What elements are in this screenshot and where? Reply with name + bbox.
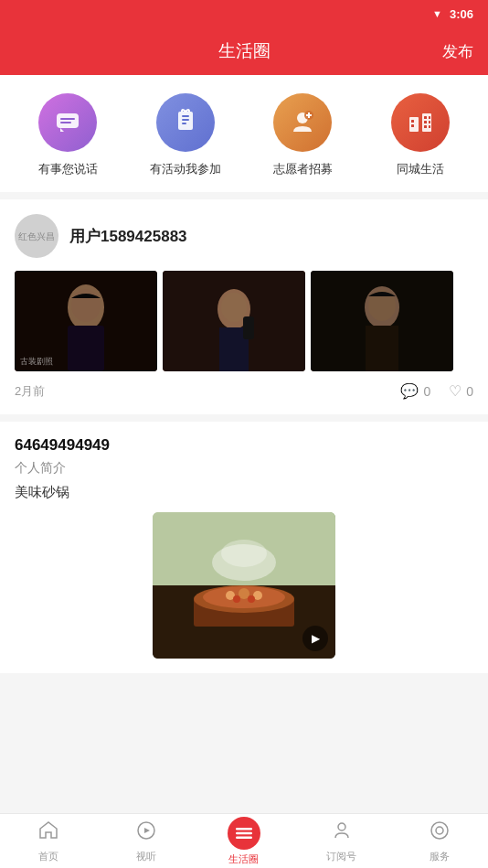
svg-point-49 (248, 595, 255, 603)
nav-subscribe[interactable]: 订阅号 (292, 814, 390, 868)
svg-rect-5 (182, 119, 189, 121)
nav-home-label: 首页 (38, 850, 58, 863)
post-2-image[interactable]: ▶ (153, 512, 335, 659)
svg-point-55 (431, 822, 448, 839)
svg-rect-2 (60, 122, 71, 123)
service-icon (429, 820, 451, 847)
svg-rect-14 (411, 124, 414, 127)
post-1-time: 2月前 (15, 383, 45, 400)
avatar-text: 红色兴昌 (18, 230, 55, 242)
post-2-title: 64649494949 (15, 436, 473, 455)
like-icon: ♡ (449, 382, 461, 400)
svg-point-56 (436, 827, 443, 834)
post-2-desc: 美味砂锅 (15, 484, 473, 501)
svg-point-48 (233, 595, 240, 603)
svg-rect-16 (424, 121, 427, 123)
category-volunteer-icon (273, 93, 332, 152)
bottom-nav: 首页 视听 生活圈 订阅号 (0, 813, 488, 868)
post-1-header: 红色兴昌 用户1589425883 (15, 214, 473, 258)
post-1-images: 古装剧照 (15, 271, 473, 371)
nav-service[interactable]: 服务 (390, 814, 488, 868)
category-local[interactable]: 同城生活 (370, 93, 471, 177)
svg-point-54 (338, 823, 345, 830)
category-local-icon (391, 93, 450, 152)
svg-rect-20 (429, 125, 430, 128)
post-1-avatar[interactable]: 红色兴昌 (15, 214, 58, 258)
svg-rect-36 (311, 271, 453, 371)
svg-rect-0 (57, 113, 79, 128)
header-title: 生活圈 (218, 39, 271, 63)
svg-rect-18 (429, 116, 430, 119)
category-local-label: 同城生活 (397, 161, 444, 177)
main-content: 有事您说话 有活动我参加 (0, 75, 488, 813)
category-activity[interactable]: 有活动我参加 (135, 93, 236, 177)
svg-rect-11 (409, 117, 419, 132)
home-icon (37, 820, 59, 847)
nav-video-label: 视听 (136, 850, 156, 863)
like-action[interactable]: ♡ 0 (449, 382, 473, 400)
publish-button[interactable]: 发布 (442, 41, 473, 62)
nav-subscribe-label: 订阅号 (326, 850, 356, 863)
category-volunteer-label: 志愿者招募 (273, 161, 333, 177)
category-activity-label: 有活动我参加 (150, 161, 221, 177)
svg-rect-31 (163, 271, 305, 371)
post-2: 64649494949 个人简介 美味砂锅 (0, 422, 488, 673)
category-talk-icon (38, 93, 97, 152)
header: 生活圈 发布 (0, 27, 488, 75)
svg-rect-52 (236, 831, 252, 834)
svg-point-46 (239, 588, 249, 599)
nav-circle-label: 生活圈 (228, 852, 259, 866)
subscribe-icon (331, 820, 353, 847)
svg-rect-51 (236, 828, 252, 830)
nav-home[interactable]: 首页 (0, 814, 98, 868)
watermark-1: 古装剧照 (20, 356, 53, 368)
comment-action[interactable]: 💬 0 (400, 382, 430, 400)
nav-service-label: 服务 (430, 850, 450, 863)
play-button[interactable]: ▶ (302, 626, 328, 651)
category-volunteer[interactable]: 志愿者招募 (252, 93, 353, 177)
like-count: 0 (466, 384, 473, 399)
nav-video[interactable]: 视听 (98, 814, 196, 868)
comment-icon: 💬 (400, 382, 419, 400)
svg-rect-13 (411, 120, 414, 123)
category-activity-icon (156, 93, 215, 152)
svg-rect-17 (424, 125, 427, 128)
status-time: 3:06 (450, 7, 473, 21)
post-2-subtitle: 个人简介 (15, 460, 473, 477)
nav-circle[interactable]: 生活圈 (196, 814, 293, 868)
category-talk-label: 有事您说话 (38, 161, 98, 177)
post-1-image-2[interactable] (163, 271, 305, 371)
svg-rect-6 (182, 123, 186, 124)
post-1-image-1[interactable]: 古装剧照 (15, 271, 157, 371)
post-1-footer: 2月前 💬 0 ♡ 0 (15, 382, 473, 400)
status-bar: ▼ 3:06 (0, 0, 488, 27)
post-1: 红色兴昌 用户1589425883 古装剧照 (0, 199, 488, 414)
svg-point-40 (221, 540, 267, 567)
signal-icon: ▼ (432, 8, 442, 19)
category-talk[interactable]: 有事您说话 (17, 93, 118, 177)
svg-rect-53 (236, 836, 252, 839)
post-1-username[interactable]: 用户1589425883 (69, 226, 187, 247)
circle-icon (228, 817, 260, 850)
comment-count: 0 (423, 384, 430, 399)
post-1-actions: 💬 0 ♡ 0 (400, 382, 473, 400)
video-icon (135, 820, 157, 847)
post-1-image-3[interactable] (311, 271, 453, 371)
categories-section: 有事您说话 有活动我参加 (0, 75, 488, 192)
svg-rect-4 (182, 115, 189, 117)
svg-rect-1 (60, 118, 75, 120)
svg-rect-15 (424, 116, 427, 119)
svg-rect-19 (429, 121, 430, 123)
